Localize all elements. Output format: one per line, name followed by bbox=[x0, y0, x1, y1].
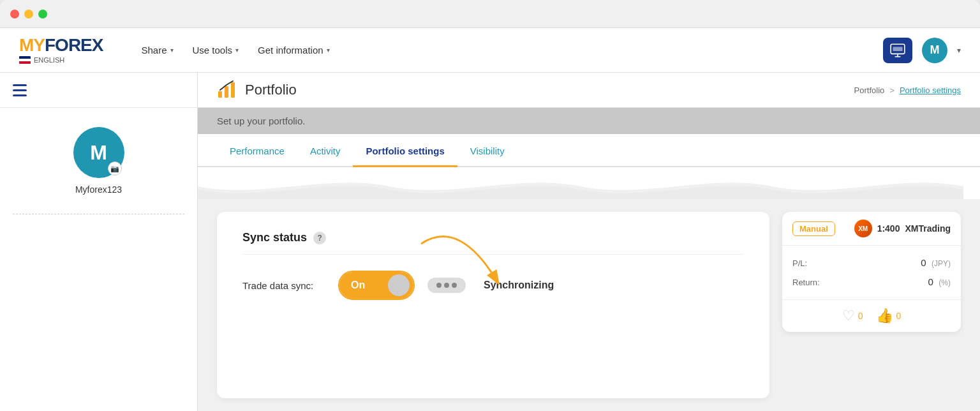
nav-use-tools-label: Use tools bbox=[193, 45, 233, 56]
return-label: Return: bbox=[792, 278, 820, 287]
portfolio-title-row: Portfolio bbox=[217, 80, 297, 100]
user-avatar[interactable]: M bbox=[922, 38, 947, 63]
hamburger-line bbox=[13, 84, 27, 86]
like-area[interactable]: ♡ 0 bbox=[842, 308, 863, 324]
manual-badge: Manual bbox=[792, 221, 835, 236]
return-value: 0 bbox=[928, 276, 933, 287]
sidebar: M 📷 Myforex123 bbox=[0, 73, 198, 411]
thumbs-up-icon: 👍 bbox=[876, 308, 893, 324]
tabs-row: Performance Activity Portfolio settings … bbox=[198, 134, 980, 167]
sync-row: Trade data sync: On Synchronizing bbox=[242, 271, 744, 300]
monitor-icon bbox=[889, 42, 906, 59]
minimize-button[interactable] bbox=[24, 10, 33, 19]
logo-lang: ENGLISH bbox=[19, 56, 103, 64]
pl-label: P/L: bbox=[792, 258, 807, 268]
portfolio-title: Portfolio bbox=[245, 82, 297, 98]
wave-svg bbox=[198, 167, 963, 199]
help-icon[interactable]: ? bbox=[313, 232, 326, 244]
close-button[interactable] bbox=[10, 10, 19, 19]
sidebar-divider bbox=[13, 214, 184, 214]
lang-label: ENGLISH bbox=[34, 56, 64, 64]
right-panel-card: Manual XM 1:400 XMTrading P/L: 0 (JPY) bbox=[782, 212, 961, 332]
svg-rect-5 bbox=[225, 86, 228, 98]
sync-card: Sync status ? Trade data sync: bbox=[217, 212, 769, 398]
main-content: M 📷 Myforex123 Portfolio Portfolio > bbox=[0, 73, 980, 411]
toggle-track: On bbox=[339, 272, 413, 299]
breadcrumb-current[interactable]: Portfolio settings bbox=[900, 86, 961, 95]
pl-unit: (JPY) bbox=[932, 259, 951, 268]
sync-dot bbox=[436, 283, 442, 288]
tab-portfolio-settings[interactable]: Portfolio settings bbox=[353, 134, 457, 167]
portfolio-area: Portfolio Portfolio > Portfolio settings… bbox=[198, 73, 980, 411]
sync-status-title: Sync status bbox=[242, 231, 307, 244]
svg-rect-6 bbox=[231, 82, 235, 98]
logo-my: MY bbox=[19, 35, 45, 55]
settings-content: Sync status ? Trade data sync: bbox=[198, 199, 980, 411]
nav-links: Share ▾ Use tools ▾ Get information ▾ bbox=[141, 45, 883, 56]
breadcrumb: Portfolio > Portfolio settings bbox=[854, 86, 961, 95]
toggle-thumb bbox=[388, 274, 410, 296]
sync-dot bbox=[444, 283, 449, 288]
return-value-group: 0 (%) bbox=[928, 276, 951, 288]
tab-activity[interactable]: Activity bbox=[297, 134, 353, 167]
sidebar-header bbox=[0, 73, 197, 108]
pl-value-group: 0 (JPY) bbox=[921, 257, 951, 269]
chevron-down-icon: ▾ bbox=[327, 47, 330, 54]
leverage-label: 1:400 bbox=[877, 223, 900, 234]
pl-row: P/L: 0 (JPY) bbox=[792, 253, 951, 273]
tab-visibility[interactable]: Visibility bbox=[457, 134, 517, 167]
hamburger-line bbox=[13, 89, 27, 91]
nav-share[interactable]: Share ▾ bbox=[141, 45, 173, 56]
sync-status-header: Sync status ? bbox=[242, 231, 744, 255]
chevron-down-icon: ▾ bbox=[170, 47, 174, 54]
pl-value: 0 bbox=[921, 257, 926, 268]
thumbs-area[interactable]: 👍 0 bbox=[876, 308, 902, 324]
breadcrumb-parent: Portfolio bbox=[854, 86, 885, 95]
broker-logo: XM bbox=[854, 220, 872, 237]
monitor-icon-button[interactable] bbox=[883, 38, 912, 63]
sync-dot bbox=[452, 283, 457, 288]
setup-banner: Set up your portfolio. bbox=[198, 108, 980, 134]
breadcrumb-separator: > bbox=[889, 86, 895, 95]
user-chevron-icon[interactable]: ▾ bbox=[957, 46, 961, 55]
flag-icon bbox=[19, 56, 31, 64]
like-count: 0 bbox=[858, 311, 863, 321]
nav-get-information[interactable]: Get information ▾ bbox=[258, 45, 330, 56]
sync-status-text: Synchronizing bbox=[484, 280, 554, 291]
logo-text: MYFOREX bbox=[19, 36, 103, 54]
return-unit: (%) bbox=[939, 278, 951, 287]
wave-separator bbox=[198, 167, 980, 199]
nav-right: M ▾ bbox=[883, 38, 961, 63]
nav-use-tools[interactable]: Use tools ▾ bbox=[193, 45, 239, 56]
sidebar-profile: M 📷 Myforex123 bbox=[0, 108, 197, 207]
portfolio-header: Portfolio Portfolio > Portfolio settings bbox=[198, 73, 980, 108]
nav-share-label: Share bbox=[141, 45, 167, 56]
traffic-lights bbox=[10, 10, 47, 19]
broker-info: XM 1:400 XMTrading bbox=[854, 220, 951, 237]
hamburger-line bbox=[13, 94, 27, 96]
heart-icon: ♡ bbox=[842, 308, 855, 324]
logo[interactable]: MYFOREX ENGLISH bbox=[19, 36, 103, 64]
trade-data-sync-label: Trade data sync: bbox=[242, 280, 325, 291]
maximize-button[interactable] bbox=[38, 10, 47, 19]
portfolio-icon bbox=[217, 80, 237, 100]
hamburger-menu-button[interactable] bbox=[13, 84, 27, 96]
thumbs-count: 0 bbox=[896, 311, 902, 321]
svg-rect-3 bbox=[893, 47, 902, 51]
nav-get-information-label: Get information bbox=[258, 45, 323, 56]
chevron-down-icon: ▾ bbox=[235, 47, 239, 54]
sync-status-dots[interactable] bbox=[427, 278, 466, 293]
rp-header: Manual XM 1:400 XMTrading bbox=[782, 212, 961, 246]
logo-forex: FOREX bbox=[45, 35, 103, 55]
trade-data-sync-toggle[interactable]: On bbox=[338, 271, 415, 300]
camera-badge-icon[interactable]: 📷 bbox=[108, 161, 122, 176]
rp-stats: P/L: 0 (JPY) Return: 0 (%) bbox=[782, 246, 961, 300]
profile-avatar[interactable]: M 📷 bbox=[73, 127, 124, 178]
window-chrome bbox=[0, 0, 980, 28]
broker-name: XMTrading bbox=[905, 223, 951, 234]
toggle-on-label: On bbox=[351, 280, 365, 291]
tab-performance[interactable]: Performance bbox=[217, 134, 297, 167]
profile-username: Myforex123 bbox=[75, 184, 122, 195]
rp-footer: ♡ 0 👍 0 bbox=[782, 300, 961, 332]
return-row: Return: 0 (%) bbox=[792, 273, 951, 292]
